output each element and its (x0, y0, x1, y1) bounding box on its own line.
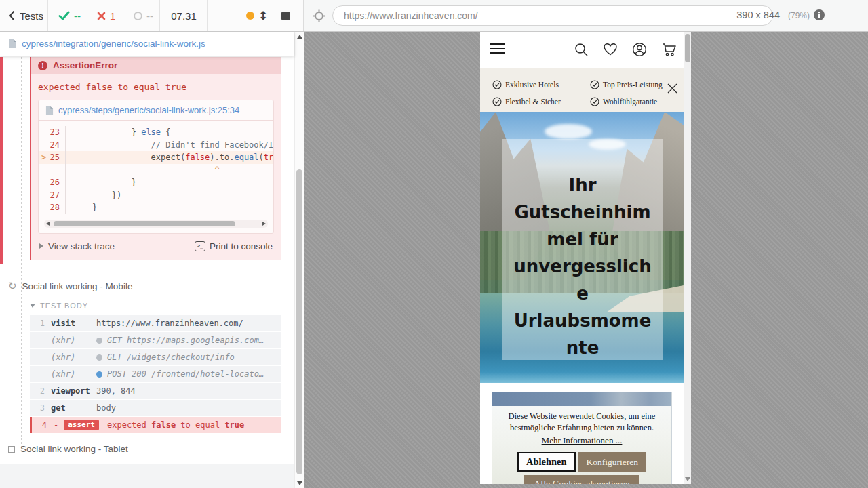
print-to-console-button[interactable]: >_ Print to console (195, 241, 273, 251)
aut-stage: Exklusive Hotels Top Preis-Leistung Flex… (304, 32, 868, 488)
test-square-icon (8, 446, 15, 453)
command-row-assert[interactable]: 4 - assert expected false to equal true (30, 417, 281, 433)
file-icon (8, 39, 17, 49)
menu-button[interactable] (490, 43, 505, 54)
assert-badge: assert (64, 420, 99, 430)
view-stack-trace-toggle[interactable]: View stack trace (39, 241, 115, 251)
reporter-header: Tests -- 1 -- 07.31 ↕ (0, 0, 304, 31)
usp-label: Top Preis-Leistung (603, 81, 663, 89)
command-row-viewport[interactable]: 2 viewport 390, 844 (30, 383, 281, 399)
xhr-status-dot-icon (96, 354, 102, 361)
account-button[interactable] (632, 42, 647, 57)
usp-item: Top Preis-Leistung (590, 76, 671, 93)
command-name: get (45, 403, 96, 413)
test-body-label: TEST BODY (40, 302, 88, 310)
accept-all-cookies-button[interactable]: Alle Cookies akzeptieren (524, 475, 639, 484)
test-body-toggle[interactable]: TEST BODY (30, 302, 88, 310)
usp-label: Flexibel & Sicher (505, 98, 561, 106)
hero-banner: Ihr Gutscheinhim mel für unvergesslich e… (480, 112, 684, 383)
info-icon (814, 9, 825, 20)
url-bar[interactable]: https://www.franzinheaven.com/ (332, 5, 773, 26)
cookie-button-row: Ablehnen Konfigurieren (492, 452, 671, 472)
expand-triangle-icon (39, 243, 43, 249)
pending-circle-icon (134, 12, 142, 20)
scroll-down-arrow[interactable] (297, 481, 302, 485)
more-information-link[interactable]: Mehr Informationen ... (542, 435, 623, 446)
scrollbar-thumb[interactable] (296, 169, 302, 474)
wishlist-button[interactable] (603, 42, 618, 56)
failed-stat[interactable]: 1 (97, 0, 115, 31)
next-test-title[interactable]: Social link working - Tablet (8, 444, 128, 454)
aut-scrollbar[interactable] (684, 32, 691, 484)
command-message: GET https://maps.googleapis.com… (107, 336, 264, 345)
pending-stat[interactable]: -- (134, 0, 153, 31)
spec-file-link[interactable]: cypress/integration/generic/social-link-… (22, 39, 205, 49)
test-title-label: Social link working - Mobile (22, 281, 133, 291)
scroll-right-arrow[interactable] (262, 222, 266, 226)
scrollbar-thumb[interactable] (54, 221, 235, 226)
scroll-down-arrow[interactable] (685, 477, 690, 481)
cart-button[interactable] (661, 42, 677, 57)
code-snippet: 23 } else { 24 // Didn't find Facebook/I… (39, 121, 273, 216)
command-number: 2 (30, 386, 45, 396)
line-number: 24 (39, 139, 66, 152)
indent-guide (21, 57, 22, 447)
command-row-xhr[interactable]: (xhr) GET https://maps.googleapis.com… (30, 332, 281, 348)
crosshair-icon (313, 9, 326, 22)
line-number: >25 (39, 151, 66, 164)
failed-test-title[interactable]: ↻ Social link working - Mobile (8, 280, 132, 292)
decline-cookies-button[interactable]: Ablehnen (517, 452, 576, 472)
terminal-icon: >_ (195, 241, 205, 251)
code-line: 26 } (39, 176, 273, 189)
hero-headline: Ihr Gutscheinhim mel für unvergesslich e… (502, 171, 663, 361)
viewport-info-button[interactable] (814, 9, 825, 20)
viewport-size-label: 390 x 844 (736, 9, 780, 20)
duration-display: 07.31 (161, 0, 207, 31)
scroll-up-arrow[interactable] (297, 35, 302, 39)
selector-playground-button[interactable] (313, 9, 326, 22)
line-number (39, 164, 66, 177)
configure-cookies-button[interactable]: Konfigurieren (578, 452, 646, 472)
pending-count: -- (146, 10, 153, 22)
check-circle-icon (590, 80, 599, 89)
stop-button[interactable] (281, 0, 290, 31)
command-name: (xhr) (45, 352, 96, 362)
usp-banner: Exklusive Hotels Top Preis-Leistung Flex… (480, 68, 684, 112)
cloud-shape (545, 124, 592, 139)
divider (159, 0, 160, 31)
aut-viewport: Exklusive Hotels Top Preis-Leistung Flex… (480, 32, 684, 484)
cookie-message: Diese Website verwendet Cookies, um eine… (492, 411, 671, 433)
code-horizontal-scrollbar[interactable] (44, 220, 268, 228)
scrubber-control[interactable]: ↕ (246, 0, 268, 31)
code-caret-line: ^ (39, 164, 273, 177)
collapse-triangle-icon (30, 304, 35, 308)
command-number: 4 (32, 420, 47, 430)
command-message: https://www.franzinheaven.com/ (96, 319, 281, 328)
code-line: 23 } else { (39, 126, 273, 139)
scroll-left-arrow[interactable] (46, 222, 50, 226)
command-message: POST 200 /frontend/hotel-locato… (107, 369, 264, 379)
command-row-xhr[interactable]: (xhr) GET /widgets/checkout/info (30, 349, 281, 365)
passed-stat[interactable]: -- (58, 0, 81, 31)
scrollbar-thumb[interactable] (685, 34, 690, 62)
command-row-xhr[interactable]: (xhr) POST 200 /frontend/hotel-locato… (30, 366, 281, 382)
stop-icon (281, 12, 290, 20)
reporter-scrollbar[interactable] (294, 32, 304, 488)
command-list: 1 visit https://www.franzinheaven.com/ (… (30, 315, 281, 434)
command-row-get[interactable]: 3 get body (30, 400, 281, 416)
usp-label: Exklusive Hotels (505, 81, 559, 89)
code-frame-file-link[interactable]: cypress/steps/generic/social-link-work.j… (58, 105, 239, 115)
close-icon (667, 83, 678, 94)
site-header (480, 32, 684, 68)
usp-close-button[interactable] (667, 83, 678, 94)
cookie-banner-image (492, 392, 671, 406)
usp-item: Exklusive Hotels (492, 76, 590, 93)
reporter-footer (0, 464, 294, 488)
check-icon (58, 11, 70, 20)
spec-file-header: cypress/integration/generic/social-link-… (0, 32, 294, 56)
search-button[interactable] (574, 42, 589, 57)
back-to-tests-button[interactable]: Tests (8, 0, 43, 31)
code-frame: cypress/steps/generic/social-link-work.j… (38, 100, 274, 234)
rerun-icon: ↻ (8, 280, 17, 292)
command-row-visit[interactable]: 1 visit https://www.franzinheaven.com/ (30, 315, 281, 331)
